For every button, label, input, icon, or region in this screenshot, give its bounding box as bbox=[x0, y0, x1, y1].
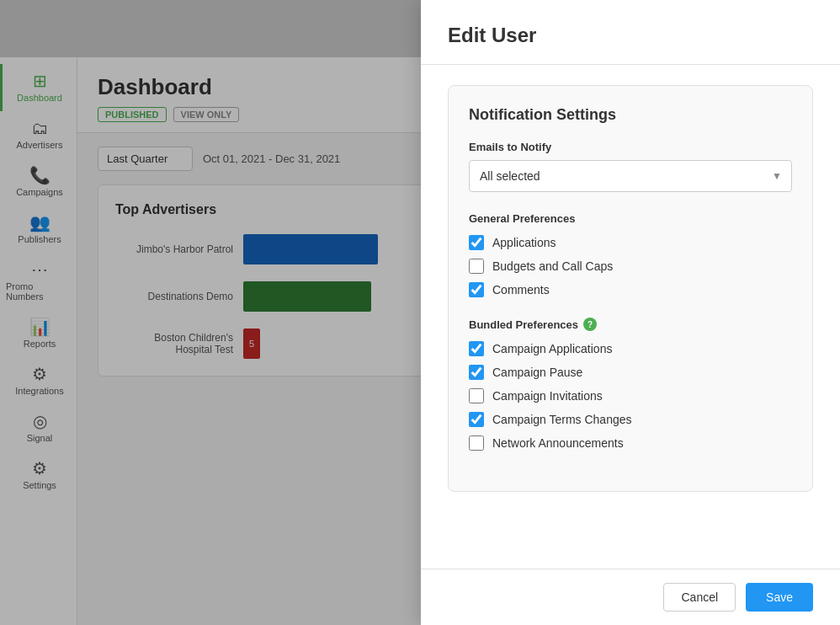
emails-select-wrapper: All selected ▼ bbox=[469, 160, 792, 192]
save-button[interactable]: Save bbox=[746, 583, 813, 612]
edit-panel-header: Edit User bbox=[421, 0, 840, 65]
checkbox-campaign-terms: Campaign Terms Changes bbox=[469, 412, 792, 427]
campaign-pause-label: Campaign Pause bbox=[492, 366, 582, 379]
network-announcements-label: Network Announcements bbox=[492, 436, 624, 450]
budgets-checkbox[interactable] bbox=[469, 259, 484, 274]
emails-select[interactable]: All selected bbox=[469, 160, 792, 192]
campaign-terms-label: Campaign Terms Changes bbox=[492, 413, 632, 426]
checkbox-network-announcements: Network Announcements bbox=[469, 435, 792, 451]
bundled-pref-title: Bundled Preferences ? bbox=[469, 318, 792, 331]
campaign-invitations-checkbox[interactable] bbox=[469, 388, 484, 403]
applications-label: Applications bbox=[492, 236, 556, 249]
comments-label: Comments bbox=[492, 283, 550, 296]
checkbox-budgets: Budgets and Call Caps bbox=[469, 259, 792, 274]
help-icon[interactable]: ? bbox=[583, 318, 597, 331]
general-preferences-section: General Preferences Applications Budgets… bbox=[469, 212, 792, 297]
campaign-invitations-label: Campaign Invitations bbox=[492, 389, 603, 403]
edit-panel-footer: Cancel Save bbox=[421, 569, 840, 625]
campaign-terms-checkbox[interactable] bbox=[469, 412, 484, 427]
checkbox-applications: Applications bbox=[469, 235, 792, 250]
emails-label: Emails to Notify bbox=[469, 141, 792, 153]
applications-checkbox[interactable] bbox=[469, 235, 484, 250]
bundled-preferences-section: Bundled Preferences ? Campaign Applicati… bbox=[469, 318, 792, 451]
budgets-label: Budgets and Call Caps bbox=[492, 259, 613, 273]
edit-panel-title: Edit User bbox=[448, 24, 813, 47]
checkbox-campaign-pause: Campaign Pause bbox=[469, 365, 792, 380]
network-announcements-checkbox[interactable] bbox=[469, 435, 484, 451]
edit-panel-body: Notification Settings Emails to Notify A… bbox=[421, 65, 840, 569]
comments-checkbox[interactable] bbox=[469, 282, 484, 297]
campaign-pause-checkbox[interactable] bbox=[469, 365, 484, 380]
cancel-button[interactable]: Cancel bbox=[663, 583, 736, 612]
notification-card-title: Notification Settings bbox=[469, 106, 792, 124]
campaign-applications-label: Campaign Applications bbox=[492, 342, 612, 355]
edit-panel: Edit User Notification Settings Emails t… bbox=[421, 0, 840, 625]
notification-settings-card: Notification Settings Emails to Notify A… bbox=[448, 85, 813, 492]
campaign-applications-checkbox[interactable] bbox=[469, 341, 484, 356]
checkbox-campaign-invitations: Campaign Invitations bbox=[469, 388, 792, 403]
checkbox-comments: Comments bbox=[469, 282, 792, 297]
checkbox-campaign-applications: Campaign Applications bbox=[469, 341, 792, 356]
general-pref-title: General Preferences bbox=[469, 212, 792, 225]
